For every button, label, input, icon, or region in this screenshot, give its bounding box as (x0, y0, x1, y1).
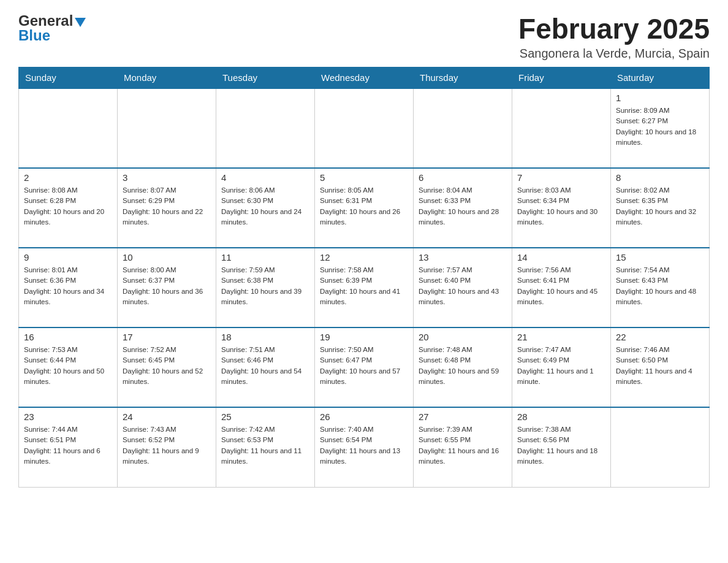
day-number: 17 (123, 332, 211, 342)
day-info: Sunrise: 7:59 AMSunset: 6:38 PMDaylight:… (221, 265, 309, 307)
day-number: 22 (616, 332, 704, 342)
day-number: 14 (517, 252, 605, 262)
day-info: Sunrise: 7:53 AMSunset: 6:44 PMDaylight:… (24, 345, 112, 387)
day-number: 10 (123, 252, 211, 262)
table-row (611, 407, 710, 487)
logo-blue-text: Blue (18, 27, 50, 44)
day-number: 2 (24, 172, 112, 183)
day-info: Sunrise: 8:07 AMSunset: 6:29 PMDaylight:… (123, 185, 211, 228)
table-row: 4Sunrise: 8:06 AMSunset: 6:30 PMDaylight… (216, 168, 315, 248)
day-info: Sunrise: 8:05 AMSunset: 6:31 PMDaylight:… (320, 185, 408, 228)
logo-triangle-icon (75, 18, 86, 27)
day-number: 5 (320, 172, 408, 183)
table-row: 8Sunrise: 8:02 AMSunset: 6:35 PMDaylight… (611, 168, 710, 248)
day-info: Sunrise: 7:51 AMSunset: 6:46 PMDaylight:… (221, 345, 309, 387)
day-number: 23 (24, 412, 112, 422)
day-info: Sunrise: 7:58 AMSunset: 6:39 PMDaylight:… (320, 265, 408, 307)
day-number: 18 (221, 332, 309, 342)
day-info: Sunrise: 7:39 AMSunset: 6:55 PMDaylight:… (419, 424, 507, 467)
day-info: Sunrise: 7:38 AMSunset: 6:56 PMDaylight:… (517, 424, 605, 467)
table-row: 2Sunrise: 8:08 AMSunset: 6:28 PMDaylight… (19, 168, 118, 248)
day-info: Sunrise: 7:42 AMSunset: 6:53 PMDaylight:… (221, 424, 309, 467)
table-row: 9Sunrise: 8:01 AMSunset: 6:36 PMDaylight… (19, 248, 118, 327)
table-row: 21Sunrise: 7:47 AMSunset: 6:49 PMDayligh… (512, 327, 611, 407)
day-number: 27 (419, 412, 507, 422)
day-info: Sunrise: 7:57 AMSunset: 6:40 PMDaylight:… (419, 265, 507, 307)
table-row: 7Sunrise: 8:03 AMSunset: 6:34 PMDaylight… (512, 168, 611, 248)
table-row: 11Sunrise: 7:59 AMSunset: 6:38 PMDayligh… (216, 248, 315, 327)
table-row (216, 88, 315, 168)
day-info: Sunrise: 8:08 AMSunset: 6:28 PMDaylight:… (24, 185, 112, 228)
table-row: 24Sunrise: 7:43 AMSunset: 6:52 PMDayligh… (118, 407, 216, 487)
day-info: Sunrise: 8:04 AMSunset: 6:33 PMDaylight:… (419, 185, 507, 228)
header-thursday: Thursday (414, 67, 512, 89)
calendar-week-row: 2Sunrise: 8:08 AMSunset: 6:28 PMDaylight… (19, 168, 710, 248)
table-row: 15Sunrise: 7:54 AMSunset: 6:43 PMDayligh… (611, 248, 710, 327)
day-info: Sunrise: 8:09 AMSunset: 6:27 PMDaylight:… (616, 105, 704, 148)
calendar-week-row: 16Sunrise: 7:53 AMSunset: 6:44 PMDayligh… (19, 327, 710, 407)
day-number: 3 (123, 172, 211, 183)
table-row: 6Sunrise: 8:04 AMSunset: 6:33 PMDaylight… (414, 168, 512, 248)
table-row: 12Sunrise: 7:58 AMSunset: 6:39 PMDayligh… (315, 248, 414, 327)
day-info: Sunrise: 8:06 AMSunset: 6:30 PMDaylight:… (221, 185, 309, 228)
table-row: 14Sunrise: 7:56 AMSunset: 6:41 PMDayligh… (512, 248, 611, 327)
day-info: Sunrise: 8:02 AMSunset: 6:35 PMDaylight:… (616, 185, 704, 228)
table-row: 17Sunrise: 7:52 AMSunset: 6:45 PMDayligh… (118, 327, 216, 407)
day-number: 25 (221, 412, 309, 422)
day-number: 4 (221, 172, 309, 183)
table-row: 16Sunrise: 7:53 AMSunset: 6:44 PMDayligh… (19, 327, 118, 407)
day-number: 8 (616, 172, 704, 183)
table-row (315, 88, 414, 168)
header-tuesday: Tuesday (216, 67, 315, 89)
table-row: 18Sunrise: 7:51 AMSunset: 6:46 PMDayligh… (216, 327, 315, 407)
calendar-header-row: Sunday Monday Tuesday Wednesday Thursday… (19, 67, 710, 89)
table-row: 10Sunrise: 8:00 AMSunset: 6:37 PMDayligh… (118, 248, 216, 327)
day-info: Sunrise: 7:40 AMSunset: 6:54 PMDaylight:… (320, 424, 408, 467)
day-info: Sunrise: 7:48 AMSunset: 6:48 PMDaylight:… (419, 345, 507, 387)
title-section: February 2025 Sangonera la Verde, Murcia… (518, 12, 710, 61)
calendar-week-row: 1Sunrise: 8:09 AMSunset: 6:27 PMDaylight… (19, 88, 710, 168)
day-number: 21 (517, 332, 605, 342)
day-number: 28 (517, 412, 605, 422)
table-row (414, 88, 512, 168)
table-row: 28Sunrise: 7:38 AMSunset: 6:56 PMDayligh… (512, 407, 611, 487)
day-info: Sunrise: 8:01 AMSunset: 6:36 PMDaylight:… (24, 265, 112, 307)
header-monday: Monday (118, 67, 216, 89)
day-info: Sunrise: 7:44 AMSunset: 6:51 PMDaylight:… (24, 424, 112, 467)
header-saturday: Saturday (611, 67, 710, 89)
day-number: 15 (616, 252, 704, 262)
table-row (19, 88, 118, 168)
table-row: 3Sunrise: 8:07 AMSunset: 6:29 PMDaylight… (118, 168, 216, 248)
header-wednesday: Wednesday (315, 67, 414, 89)
day-info: Sunrise: 7:52 AMSunset: 6:45 PMDaylight:… (123, 345, 211, 387)
day-info: Sunrise: 8:03 AMSunset: 6:34 PMDaylight:… (517, 185, 605, 228)
day-number: 12 (320, 252, 408, 262)
location: Sangonera la Verde, Murcia, Spain (518, 47, 710, 61)
table-row (512, 88, 611, 168)
table-row: 13Sunrise: 7:57 AMSunset: 6:40 PMDayligh… (414, 248, 512, 327)
table-row: 19Sunrise: 7:50 AMSunset: 6:47 PMDayligh… (315, 327, 414, 407)
day-info: Sunrise: 7:56 AMSunset: 6:41 PMDaylight:… (517, 265, 605, 307)
calendar-week-row: 9Sunrise: 8:01 AMSunset: 6:36 PMDaylight… (19, 248, 710, 327)
day-number: 20 (419, 332, 507, 342)
table-row: 23Sunrise: 7:44 AMSunset: 6:51 PMDayligh… (19, 407, 118, 487)
table-row: 5Sunrise: 8:05 AMSunset: 6:31 PMDaylight… (315, 168, 414, 248)
table-row: 25Sunrise: 7:42 AMSunset: 6:53 PMDayligh… (216, 407, 315, 487)
table-row: 20Sunrise: 7:48 AMSunset: 6:48 PMDayligh… (414, 327, 512, 407)
calendar-table: Sunday Monday Tuesday Wednesday Thursday… (18, 67, 710, 488)
table-row (118, 88, 216, 168)
header-friday: Friday (512, 67, 611, 89)
day-info: Sunrise: 7:54 AMSunset: 6:43 PMDaylight:… (616, 265, 704, 307)
day-info: Sunrise: 7:50 AMSunset: 6:47 PMDaylight:… (320, 345, 408, 387)
calendar-week-row: 23Sunrise: 7:44 AMSunset: 6:51 PMDayligh… (19, 407, 710, 487)
header-sunday: Sunday (19, 67, 118, 89)
day-number: 26 (320, 412, 408, 422)
day-number: 16 (24, 332, 112, 342)
table-row: 1Sunrise: 8:09 AMSunset: 6:27 PMDaylight… (611, 88, 710, 168)
table-row: 26Sunrise: 7:40 AMSunset: 6:54 PMDayligh… (315, 407, 414, 487)
day-number: 11 (221, 252, 309, 262)
day-number: 9 (24, 252, 112, 262)
day-number: 24 (123, 412, 211, 422)
day-info: Sunrise: 8:00 AMSunset: 6:37 PMDaylight:… (123, 265, 211, 307)
day-number: 7 (517, 172, 605, 183)
